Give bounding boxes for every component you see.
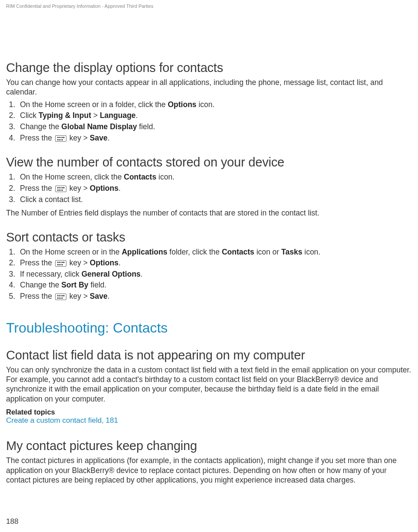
step-text: On the Home screen, click the xyxy=(20,173,124,181)
bold-text: Save xyxy=(90,134,108,142)
svg-point-14 xyxy=(57,261,59,263)
step-text: key > xyxy=(67,292,90,300)
step-text: > xyxy=(91,111,100,120)
body-text: You can only synchronize the data in a c… xyxy=(6,365,412,404)
bold-text: Language xyxy=(100,111,136,120)
step-text: field. xyxy=(137,122,155,131)
svg-point-1 xyxy=(59,137,60,138)
step-text: If necessary, click xyxy=(20,270,82,278)
svg-point-23 xyxy=(57,297,59,299)
heading-view-number-contacts: View the number of contacts stored on yo… xyxy=(6,155,412,170)
page-number: 188 xyxy=(6,517,18,526)
svg-point-9 xyxy=(57,189,59,191)
step-item: Press the key > Save. xyxy=(17,133,412,144)
menu-key-icon xyxy=(55,294,66,300)
step-item: On the Home screen or in the Application… xyxy=(17,247,412,258)
menu-key-icon xyxy=(55,260,66,267)
bold-text: Contacts xyxy=(222,248,254,256)
steps-list: On the Home screen, click the Contacts i… xyxy=(6,172,412,205)
svg-point-7 xyxy=(57,187,59,188)
svg-point-18 xyxy=(61,261,63,263)
bold-text: Options xyxy=(168,100,196,109)
svg-point-0 xyxy=(57,137,59,138)
outro-text: The Number of Entries field displays the… xyxy=(6,208,412,218)
svg-point-17 xyxy=(59,264,60,265)
heading-change-display-options: Change the display options for contacts xyxy=(6,61,412,75)
confidential-header: RIM Confidential and Proprietary Informa… xyxy=(6,3,412,9)
svg-point-16 xyxy=(57,264,59,265)
menu-key-icon xyxy=(55,135,66,142)
step-text: icon. xyxy=(302,248,320,256)
step-text: icon. xyxy=(156,173,174,181)
step-text: . xyxy=(118,258,121,267)
heading-troubleshooting: Troubleshooting: Contacts xyxy=(6,320,412,336)
step-text: key > xyxy=(67,184,90,193)
step-text: Press the xyxy=(20,258,54,267)
bold-text: Contacts xyxy=(124,173,156,181)
svg-point-10 xyxy=(59,189,60,191)
step-item: On the Home screen or in a folder, click… xyxy=(17,100,412,110)
step-item: On the Home screen, click the Contacts i… xyxy=(17,172,412,183)
steps-list: On the Home screen or in a folder, click… xyxy=(6,100,412,144)
step-text: Press the xyxy=(20,292,54,300)
svg-point-6 xyxy=(61,139,63,140)
svg-point-21 xyxy=(57,295,59,296)
svg-point-27 xyxy=(61,297,63,299)
bold-text: Options xyxy=(90,184,118,193)
bold-text: Tasks xyxy=(281,248,302,256)
svg-point-26 xyxy=(63,295,64,296)
step-text: icon. xyxy=(197,100,215,109)
heading-sort-contacts-tasks: Sort contacts or tasks xyxy=(6,230,412,245)
step-item: Press the key > Options. xyxy=(17,183,412,194)
bold-text: Global Name Display xyxy=(61,122,137,131)
svg-point-3 xyxy=(59,139,60,140)
related-topic-link[interactable]: Create a custom contact field, 181 xyxy=(6,416,118,425)
svg-point-24 xyxy=(59,297,60,299)
svg-point-2 xyxy=(57,139,59,140)
step-text: . xyxy=(141,270,143,278)
bold-text: General Options xyxy=(82,270,141,278)
step-text: . xyxy=(108,134,110,142)
heading-contact-pictures-changing: My contact pictures keep changing xyxy=(6,439,412,453)
svg-point-12 xyxy=(63,187,64,188)
step-item: Change the Sort By field. xyxy=(17,280,412,290)
bold-text: Save xyxy=(90,292,108,300)
menu-key-icon xyxy=(55,186,66,192)
step-text: key > xyxy=(67,258,90,267)
step-text: Press the xyxy=(20,184,54,193)
svg-point-25 xyxy=(61,295,63,296)
step-text: key > xyxy=(67,134,90,142)
step-item: Press the key > Save. xyxy=(17,291,412,302)
step-item: Change the Global Name Display field. xyxy=(17,122,412,132)
svg-point-11 xyxy=(61,187,63,188)
bold-text: Sort By xyxy=(61,281,88,289)
bold-text: Applications xyxy=(122,248,167,256)
step-text: Click a contact list. xyxy=(20,195,83,204)
step-text: . xyxy=(136,111,138,120)
svg-point-19 xyxy=(63,261,64,263)
svg-point-4 xyxy=(61,137,63,138)
step-text: Change the xyxy=(20,122,61,131)
step-text: folder, click the xyxy=(167,248,221,256)
step-item: Press the key > Options. xyxy=(17,258,412,268)
svg-point-5 xyxy=(63,137,64,138)
svg-point-15 xyxy=(59,261,60,263)
step-text: . xyxy=(108,292,110,300)
step-text: field. xyxy=(89,281,107,289)
step-text: . xyxy=(118,184,121,193)
step-item: Click a contact list. xyxy=(17,195,412,205)
steps-list: On the Home screen or in the Application… xyxy=(6,247,412,302)
bold-text: Typing & Input xyxy=(39,111,91,120)
step-item: Click Typing & Input > Language. xyxy=(17,111,412,121)
document-page: RIM Confidential and Proprietary Informa… xyxy=(0,0,418,532)
step-text: On the Home screen or in a folder, click… xyxy=(20,100,168,109)
svg-point-8 xyxy=(59,187,60,188)
svg-point-13 xyxy=(61,189,63,191)
step-text: On the Home screen or in the xyxy=(20,248,122,256)
related-topics-heading: Related topics xyxy=(6,408,412,416)
step-text: Press the xyxy=(20,134,54,142)
step-text: Change the xyxy=(20,281,61,289)
heading-contact-field-data: Contact list field data is not appearing… xyxy=(6,348,412,362)
step-text: icon or xyxy=(254,248,281,256)
step-item: If necessary, click General Options. xyxy=(17,269,412,280)
